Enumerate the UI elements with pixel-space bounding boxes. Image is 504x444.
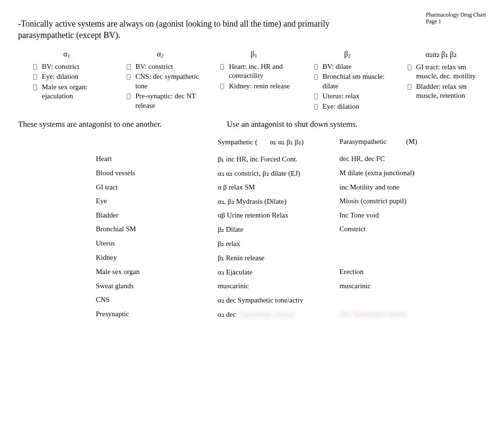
list-item: Heart: inc. HR and contractility xyxy=(220,62,298,81)
table-header: Sympathetic ( α₁ α₂ β₁ β₂) Parasympathet… xyxy=(94,135,455,149)
list-item: Eye: dilation xyxy=(33,72,111,82)
page-header: Pharmacology Drug Chart Page 1 xyxy=(426,11,486,25)
table-row: Heart β₁ inc HR, inc Forced Cont. dec HR… xyxy=(94,152,455,166)
row-symp: β₁ Renin release xyxy=(216,251,338,265)
list-item: BV: constrict xyxy=(127,62,204,72)
row-symp: α₂ dec Sympathetic tone/activ xyxy=(216,293,338,307)
list-item: Male sex organ: ejaculation xyxy=(33,83,111,101)
receptor-list: BV: dilate Bronchial sm muscle: dilate U… xyxy=(304,62,392,112)
blurred-text: Transmitter release xyxy=(239,311,294,318)
row-key: Bronchial SM xyxy=(94,222,216,236)
blurred-text: Dec Transmitter release xyxy=(339,310,407,318)
table-row: Blood vessels α₁ α₂ constrict, β₂ dilate… xyxy=(94,166,455,180)
row-key: GI tract xyxy=(94,180,216,194)
row-symp: α₁, β₂ Mydrasis (Dilate) xyxy=(216,194,338,208)
receptor-col-beta2: β2 BV: dilate Bronchial sm muscle: dilat… xyxy=(301,50,394,113)
row-key: Uterus xyxy=(94,236,216,251)
midline: These systems are antagonist to one anot… xyxy=(18,120,486,129)
row-para: inc Motility and tone xyxy=(337,180,455,194)
row-key: Male sex organ xyxy=(94,265,216,279)
receptor-title: α₁α₂ β₁ β₂ xyxy=(397,50,485,59)
table-row: CNS α₂ dec Sympathetic tone/activ xyxy=(94,293,455,307)
receptor-list: BV: constrict CNS: dec sympathetic tone … xyxy=(116,62,204,111)
row-para: Erection xyxy=(337,265,455,279)
table-row: Bladder αβ Urine retention Relax Inc Ton… xyxy=(94,208,455,222)
table-row: Bronchial SM β₂ Dilate Constrict xyxy=(94,222,455,236)
header-page: Page 1 xyxy=(426,18,486,25)
row-symp: β₂ Dilate xyxy=(216,222,338,236)
list-item: Pre-synaptic: dec NT release xyxy=(127,92,204,110)
receptor-col-alpha2: α2 BV: constrict CNS: dec sympathetic to… xyxy=(113,50,207,113)
row-para xyxy=(337,251,455,265)
row-para: dec HR, dec FC xyxy=(337,152,455,166)
row-symp: α₁ Ejaculate xyxy=(216,265,338,279)
receptor-col-beta1: β1 Heart: inc. HR and contractility Kidn… xyxy=(207,50,300,113)
row-para: Inc Tone void xyxy=(337,208,455,222)
list-item: Kidney: renin release xyxy=(220,82,298,91)
row-key: Presynaptic xyxy=(94,307,216,321)
list-item: Bronchial sm muscle: dilate xyxy=(314,72,392,91)
row-symp: α β relax SM xyxy=(216,180,338,194)
receptor-col-all: α₁α₂ β₁ β₂ GI tract: relax sm muscle, de… xyxy=(394,50,488,113)
table-row: Uterus β₂ relax xyxy=(94,236,455,251)
midline-a: These systems are antagonist to one anot… xyxy=(18,120,227,129)
row-key: Blood vessels xyxy=(94,166,216,180)
receptor-col-alpha1: α1 BV: constrict Eye: dilation Male sex … xyxy=(20,50,113,113)
row-symp: muscarinic xyxy=(216,279,338,293)
row-para: Dec Transmitter release xyxy=(337,307,455,321)
intro-text: -Tonically active systems are always on … xyxy=(18,18,355,41)
systems-table: Sympathetic ( α₁ α₂ β₁ β₂) Parasympathet… xyxy=(94,135,455,321)
list-item: CNS: dec sympathetic tone xyxy=(127,72,204,91)
row-key: Bladder xyxy=(94,208,216,222)
row-key: Eye xyxy=(94,194,216,208)
table-row: Male sex organ α₁ Ejaculate Erection xyxy=(94,265,455,279)
table-row: Sweat glands muscarinic muscarinic xyxy=(94,279,455,293)
receptor-row: α1 BV: constrict Eye: dilation Male sex … xyxy=(18,50,488,113)
midline-b: Use an antagonist to shut down systems. xyxy=(227,120,357,129)
row-symp: αβ Urine retention Relax xyxy=(216,208,338,222)
header-parasympathetic: Parasympathetic (M) xyxy=(337,135,455,149)
receptor-list: BV: constrict Eye: dilation Male sex org… xyxy=(23,62,111,101)
table-row: Kidney β₁ Renin release xyxy=(94,251,455,265)
row-symp: β₁ inc HR, inc Forced Cont. xyxy=(216,152,338,166)
list-item: Eye: dilation xyxy=(314,102,392,112)
table-row: Eye α₁, β₂ Mydrasis (Dilate) Miosis (con… xyxy=(94,194,455,208)
row-para xyxy=(337,293,455,307)
receptor-title: β1 xyxy=(210,50,298,58)
receptor-title: β2 xyxy=(304,50,392,58)
list-item: BV: constrict xyxy=(33,62,111,72)
header-sympathetic: Sympathetic ( α₁ α₂ β₁ β₂) xyxy=(216,135,338,149)
receptor-title: α1 xyxy=(23,50,111,58)
receptor-list: Heart: inc. HR and contractility Kidney:… xyxy=(210,62,298,91)
row-para: M dilate (extra junctional) xyxy=(337,166,455,180)
row-key: Heart xyxy=(94,152,216,166)
row-para: Constrict xyxy=(337,222,455,236)
row-key: Sweat glands xyxy=(94,279,216,293)
row-symp: β₂ relax xyxy=(216,236,338,251)
list-item: Bladder: relax sm muscle, retention xyxy=(408,82,485,101)
row-key: Kidney xyxy=(94,251,216,265)
table-row: Presynaptic α₂ dec Transmitter release D… xyxy=(94,307,455,321)
table-row: GI tract α β relax SM inc Motility and t… xyxy=(94,180,455,194)
receptor-list: GI tract: relax sm muscle, dec. motility… xyxy=(397,63,485,101)
list-item: BV: dilate xyxy=(314,62,392,72)
receptor-title: α2 xyxy=(116,50,204,58)
row-key: CNS xyxy=(94,293,216,307)
row-para: muscarinic xyxy=(337,279,455,293)
row-symp: α₁ α₂ constrict, β₂ dilate (EJ) xyxy=(216,166,338,180)
row-symp: α₂ dec Transmitter release xyxy=(216,307,338,321)
header-title: Pharmacology Drug Chart xyxy=(426,11,486,18)
row-para: Miosis (constrict pupil) xyxy=(337,194,455,208)
list-item: GI tract: relax sm muscle, dec. motility xyxy=(408,63,485,81)
list-item: Uterus: relax xyxy=(314,92,392,101)
row-para xyxy=(337,236,455,251)
